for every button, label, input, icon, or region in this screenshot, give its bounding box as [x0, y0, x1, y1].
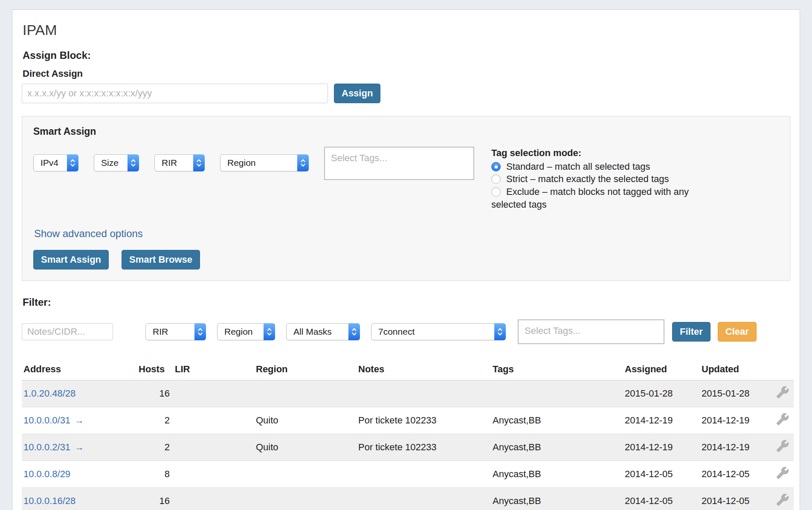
- tag-mode-option[interactable]: Strict – match exactly the selected tags: [491, 173, 724, 185]
- table-row: 10.0.0.16/2816Anycast,BB2014-12-052014-1…: [22, 488, 794, 510]
- smart-assign-button[interactable]: Smart Assign: [33, 250, 109, 269]
- size-select-value: Size: [101, 158, 119, 168]
- hosts-cell: 16: [137, 380, 173, 407]
- col-header-lir: LIR: [173, 359, 254, 380]
- select-stepper-icon: [264, 323, 275, 340]
- rir-select-value: RIR: [162, 158, 177, 168]
- updated-cell: 2014-12-05: [700, 488, 772, 510]
- region-cell: Quito: [254, 434, 357, 461]
- select-stepper-icon: [494, 323, 506, 340]
- notes-cidr-input[interactable]: [22, 323, 113, 340]
- filter-row: RIR Region All Masks 7connect: [22, 319, 790, 344]
- size-select[interactable]: Size: [94, 154, 139, 171]
- tags-cell: Anycast,BB: [491, 407, 623, 434]
- tag-mode-option[interactable]: Standard – match all selected tags: [491, 160, 724, 173]
- assign-button[interactable]: Assign: [334, 84, 380, 103]
- select-stepper-icon: [297, 154, 309, 171]
- expand-arrow-icon[interactable]: →: [75, 442, 84, 452]
- filter-rir-select[interactable]: RIR: [145, 323, 206, 340]
- filter-resource-select[interactable]: 7connect: [371, 323, 506, 340]
- hosts-cell: 2: [137, 407, 173, 434]
- wrench-icon[interactable]: [776, 440, 789, 452]
- assigned-cell: 2014-12-19: [623, 407, 700, 434]
- ipam-table-body: 1.0.20.48/28162015-01-282015-01-2810.0.0…: [22, 380, 794, 510]
- select-stepper-icon: [194, 323, 206, 340]
- tags-cell: Anycast,BB: [491, 434, 623, 461]
- filter-heading: Filter:: [23, 296, 790, 308]
- hosts-cell: 16: [137, 488, 173, 510]
- col-header-notes: Notes: [357, 359, 491, 380]
- direct-assign-input[interactable]: [22, 84, 328, 103]
- region-cell: Quito: [254, 407, 357, 434]
- radio-icon[interactable]: [491, 187, 501, 197]
- region-cell: [254, 380, 357, 407]
- filter-region-select[interactable]: Region: [217, 323, 275, 340]
- lir-cell: [173, 407, 254, 434]
- tags-cell: [491, 380, 623, 407]
- updated-cell: 2015-01-28: [700, 380, 772, 407]
- col-header-updated: Updated: [700, 359, 772, 380]
- wrench-icon[interactable]: [776, 386, 789, 399]
- hosts-cell: 2: [137, 434, 173, 461]
- assigned-cell: 2014-12-05: [623, 488, 700, 510]
- smart-tags-input[interactable]: [324, 147, 474, 180]
- direct-assign-row: Assign: [22, 84, 790, 103]
- direct-assign-label: Direct Assign: [23, 68, 790, 79]
- radio-selected-icon[interactable]: [491, 162, 501, 171]
- show-advanced-options-link[interactable]: Show advanced options: [34, 228, 143, 240]
- hosts-cell: 8: [137, 461, 173, 488]
- ip-family-select[interactable]: IPv4: [33, 154, 78, 171]
- col-header-tags: Tags: [491, 359, 623, 380]
- region-select-value: Region: [227, 158, 256, 168]
- address-link[interactable]: 10.0.0.0/31: [23, 415, 70, 426]
- expand-arrow-icon[interactable]: →: [75, 415, 84, 426]
- wrench-icon[interactable]: [776, 493, 789, 506]
- table-row: 10.0.0.2/31→2QuitoPor tickete 102233Anyc…: [22, 434, 794, 461]
- address-link[interactable]: 10.0.0.16/28: [23, 496, 75, 506]
- page-background: IPAM Assign Block: Direct Assign Assign …: [0, 0, 812, 510]
- ipam-table: Address Hosts LIR Region Notes Tags Assi…: [22, 359, 794, 510]
- col-header-address: Address: [22, 359, 137, 380]
- assigned-cell: 2014-12-19: [623, 434, 700, 461]
- select-stepper-icon: [67, 154, 78, 171]
- lir-cell: [173, 380, 254, 407]
- tags-cell: Anycast,BB: [491, 488, 623, 510]
- lir-cell: [173, 488, 254, 510]
- col-header-region: Region: [254, 359, 357, 380]
- region-cell: [254, 488, 357, 510]
- lir-cell: [173, 461, 254, 488]
- address-link[interactable]: 10.0.0.2/31: [23, 442, 70, 452]
- ip-family-select-value: IPv4: [41, 158, 58, 168]
- page-title: IPAM: [23, 22, 790, 38]
- filter-masks-select-value: All Masks: [293, 327, 332, 337]
- table-header-row: Address Hosts LIR Region Notes Tags Assi…: [22, 359, 794, 380]
- filter-tags-input[interactable]: [518, 319, 664, 344]
- smart-assign-panel: Smart Assign IPv4 Size RIR: [22, 116, 790, 281]
- filter-resource-select-value: 7connect: [378, 327, 415, 337]
- updated-cell: 2014-12-19: [700, 407, 772, 434]
- table-row: 1.0.20.48/28162015-01-282015-01-28: [22, 380, 794, 407]
- smart-browse-button[interactable]: Smart Browse: [122, 250, 200, 269]
- notes-cell: Por tickete 102233: [357, 407, 491, 434]
- filter-button[interactable]: Filter: [672, 322, 710, 342]
- tag-selection-mode-heading: Tag selection mode:: [491, 147, 724, 159]
- filter-masks-select[interactable]: All Masks: [286, 323, 360, 340]
- col-header-assigned: Assigned: [623, 359, 700, 380]
- clear-button[interactable]: Clear: [718, 322, 757, 342]
- select-stepper-icon: [128, 154, 139, 171]
- notes-cell: Por tickete 102233: [357, 434, 491, 461]
- wrench-icon[interactable]: [776, 413, 789, 426]
- address-link[interactable]: 10.0.0.8/29: [23, 469, 70, 479]
- rir-select[interactable]: RIR: [154, 154, 205, 171]
- radio-icon[interactable]: [491, 174, 501, 184]
- region-cell: [254, 461, 357, 488]
- tag-selection-mode: Tag selection mode: Standard – match all…: [491, 147, 724, 211]
- tag-mode-option[interactable]: Exclude – match blocks not tagged with a…: [491, 185, 724, 211]
- notes-cell: [357, 380, 491, 407]
- wrench-icon[interactable]: [776, 467, 789, 479]
- address-link[interactable]: 1.0.20.48/28: [23, 388, 75, 399]
- region-select[interactable]: Region: [220, 154, 309, 171]
- assign-block-heading: Assign Block:: [23, 49, 790, 61]
- ipam-panel: IPAM Assign Block: Direct Assign Assign …: [12, 9, 800, 510]
- table-row: 10.0.0.0/31→2QuitoPor tickete 102233Anyc…: [22, 407, 794, 434]
